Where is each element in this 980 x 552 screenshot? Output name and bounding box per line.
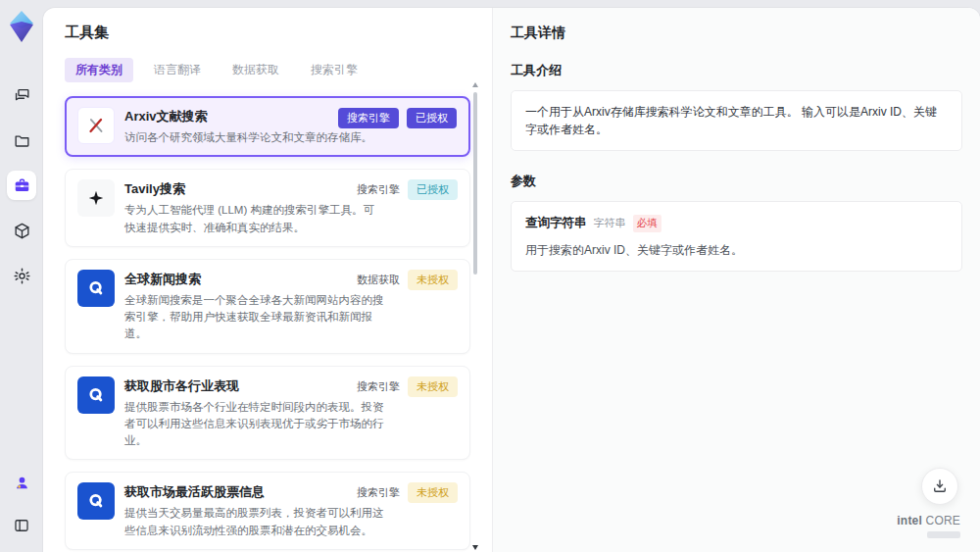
cube-icon <box>13 222 31 240</box>
tool-description: 访问各个研究领域大量科学论文和文章的存储库。 <box>124 129 384 146</box>
sidebar-item-user-avatar[interactable] <box>7 468 36 497</box>
tools-scrollbar[interactable] <box>472 84 478 548</box>
category-badge: 搜索引擎 <box>357 376 400 397</box>
tool-card[interactable]: 全球新闻搜索 全球新闻搜索是一个聚合全球各大新闻网站内容的搜索引擎，帮助用户快速… <box>65 259 470 354</box>
category-badge: 搜索引擎 <box>357 482 400 503</box>
chat-icon <box>13 86 31 105</box>
detail-title: 工具详情 <box>511 25 962 42</box>
sidebar-item-toolbox[interactable] <box>7 171 36 200</box>
scrollbar-thumb[interactable] <box>473 92 477 275</box>
tool-description: 提供股票市场各个行业在特定时间段内的表现。投资者可以利用这些信息来识别表现优于或… <box>124 399 384 450</box>
download-icon <box>931 477 949 495</box>
intro-heading: 工具介绍 <box>511 62 962 79</box>
sidebar-item-folder[interactable] <box>7 125 36 155</box>
app-logo-icon[interactable] <box>7 10 36 43</box>
category-badge: 搜索引擎 <box>357 179 400 200</box>
user-avatar-icon <box>14 475 30 491</box>
download-button[interactable] <box>921 468 958 505</box>
sidebar-item-settings-gear[interactable] <box>7 261 36 290</box>
sidebar-item-panel-toggle[interactable] <box>7 511 36 540</box>
sidebar <box>0 0 43 552</box>
param-name: 查询字符串 <box>525 214 587 232</box>
settings-gear-icon <box>13 267 31 285</box>
toolbox-icon <box>13 176 31 195</box>
tool-card[interactable]: 获取股市各行业表现 提供股票市场各个行业在特定时间段内的表现。投资者可以利用这些… <box>65 366 470 461</box>
tab-3[interactable]: 搜索引擎 <box>300 58 368 82</box>
tool-description: 全球新闻搜索是一个聚合全球各大新闻网站内容的搜索引擎，帮助用户快速获取全球最新资… <box>124 292 384 343</box>
folder-icon <box>13 131 31 150</box>
scroll-down-icon[interactable] <box>472 545 478 550</box>
tool-card[interactable]: Arxiv文献搜索 访问各个研究领域大量科学论文和文章的存储库。 搜索引擎 已授… <box>65 96 470 157</box>
tool-intro-box: 一个用于从Arxiv存储库搜索科学论文和文章的工具。 输入可以是Arxiv ID… <box>511 90 962 151</box>
tool-detail-panel: 工具详情 工具介绍 一个用于从Arxiv存储库搜索科学论文和文章的工具。 输入可… <box>492 8 980 552</box>
q-news-icon <box>77 482 115 520</box>
category-tabs: 所有类别语言翻译数据获取搜索引擎 <box>65 58 492 82</box>
scroll-up-icon[interactable] <box>472 82 478 87</box>
param-required-badge: 必填 <box>633 215 662 232</box>
arxiv-logo-icon <box>77 107 115 144</box>
tools-list: Arxiv文献搜索 访问各个研究领域大量科学论文和文章的存储库。 搜索引擎 已授… <box>65 96 470 552</box>
q-news-icon <box>77 376 115 414</box>
category-badge: 数据获取 <box>357 270 400 290</box>
sidebar-bottom <box>7 468 36 540</box>
auth-status-badge: 未授权 <box>408 376 458 397</box>
param-box: 查询字符串 字符串 必填 用于搜索的Arxiv ID、关键字或作者姓名。 <box>511 201 962 272</box>
auth-status-badge: 未授权 <box>408 482 458 503</box>
tab-1[interactable]: 语言翻译 <box>143 58 212 82</box>
tavily-star-icon <box>77 179 115 217</box>
param-desc: 用于搜索的Arxiv ID、关键字或作者姓名。 <box>525 241 948 259</box>
tool-card[interactable]: Tavily搜索 专为人工智能代理 (LLM) 构建的搜索引擎工具。可快速提供实… <box>65 169 470 247</box>
page-title: 工具集 <box>65 24 492 42</box>
params-heading: 参数 <box>511 173 962 190</box>
q-news-icon <box>77 270 115 307</box>
auth-status-badge: 已授权 <box>407 108 457 128</box>
tab-2[interactable]: 数据获取 <box>221 58 290 82</box>
sidebar-item-cube[interactable] <box>7 216 36 245</box>
panel-toggle-icon <box>13 517 30 534</box>
sidebar-item-chat[interactable] <box>7 80 36 110</box>
auth-status-badge: 已授权 <box>408 179 458 200</box>
category-badge: 搜索引擎 <box>338 108 399 128</box>
chip-watermark <box>927 531 960 538</box>
tool-card[interactable]: 获取市场最活跃股票信息 提供当天交易量最高的股票列表，投资者可以利用这些信息来识… <box>65 472 470 550</box>
tab-0[interactable]: 所有类别 <box>65 58 133 82</box>
auth-status-badge: 未授权 <box>408 270 458 290</box>
intel-core-logo: intel CORE <box>897 511 960 538</box>
tool-description: 提供当天交易量最高的股票列表，投资者可以利用这些信息来识别流动性强的股票和潜在的… <box>124 505 384 539</box>
app-window: 工具集 所有类别语言翻译数据获取搜索引擎 Arxiv文献搜索 访问各个研究领域大… <box>0 0 980 552</box>
main-panel: 工具集 所有类别语言翻译数据获取搜索引擎 Arxiv文献搜索 访问各个研究领域大… <box>43 8 980 552</box>
tool-description: 专为人工智能代理 (LLM) 构建的搜索引擎工具。可快速提供实时、准确和真实的结… <box>124 202 384 236</box>
tools-column: 工具集 所有类别语言翻译数据获取搜索引擎 Arxiv文献搜索 访问各个研究领域大… <box>43 8 492 552</box>
sidebar-nav <box>7 80 36 290</box>
param-type: 字符串 <box>594 215 626 231</box>
